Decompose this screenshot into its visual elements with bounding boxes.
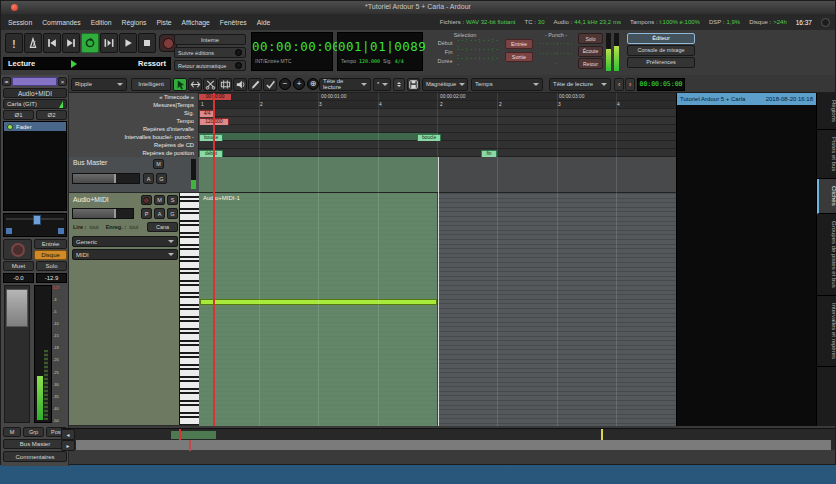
comments-button[interactable]: Commentaires (3, 451, 67, 462)
phase2-button[interactable]: Ø2 (36, 110, 67, 120)
midi-track-name[interactable]: Audio+MIDI (73, 196, 109, 203)
menu-item-régions[interactable]: Régions (122, 19, 147, 26)
sidebar-tab-régions[interactable]: Régions (817, 93, 836, 130)
goto-start-button[interactable] (43, 33, 61, 53)
phase1-button[interactable]: Ø1 (3, 110, 34, 120)
stop-button[interactable] (138, 33, 156, 53)
bus-automation-a-button[interactable]: A (143, 173, 154, 184)
sidebar-tab-clichés[interactable]: Clichés (817, 179, 836, 214)
panner[interactable] (3, 213, 67, 237)
grab-tool-button[interactable] (173, 78, 187, 91)
midi-region[interactable]: Audio+MIDI-1 (199, 193, 438, 426)
summary-scroll-left-button[interactable]: ◄ (61, 429, 75, 440)
bus-mute-button[interactable]: M (153, 159, 164, 169)
midi-solo-button[interactable]: S (167, 195, 178, 205)
track-header-bus-master[interactable]: Bus Master M A G (69, 157, 199, 193)
bus-track-name[interactable]: Bus Master (73, 159, 107, 166)
midi-playlist-button[interactable]: P (141, 208, 152, 219)
nav-pr-f-rences-button[interactable]: Préférences (627, 57, 695, 68)
processor-box[interactable]: Fader (3, 121, 67, 211)
zoom-preset-combo[interactable]: * (373, 78, 391, 91)
punch-in-button[interactable]: Entrée (505, 39, 533, 49)
metronome-button[interactable] (24, 33, 42, 53)
stretch-tool-button[interactable] (218, 78, 232, 91)
pan-handle[interactable] (33, 215, 41, 225)
menu-item-edition[interactable]: Edition (91, 19, 112, 26)
selection-row-value[interactable]: --:--:--:-- (456, 55, 503, 67)
zoom-out-button[interactable]: − (279, 78, 291, 90)
mute-button[interactable]: Muet (3, 261, 34, 271)
channel-selector-button[interactable]: Cana (147, 222, 178, 232)
play-range-button[interactable] (100, 33, 118, 53)
bus-group-button[interactable]: G (156, 173, 167, 184)
sync-source-button[interactable]: Interne (174, 34, 246, 45)
summary-scroll-right-button[interactable]: ► (61, 440, 75, 451)
gain-fader[interactable] (4, 285, 30, 423)
title-bar[interactable]: *Tutoriel Ardour 5 + Carla - Ardour (1, 1, 835, 15)
sidebar-list[interactable]: Tutoriel Ardour 5 + Carla 2018-08-20 16:… (676, 93, 816, 426)
bus-gain-slider[interactable] (72, 173, 140, 184)
edit-content-tool-button[interactable] (263, 78, 277, 91)
audition-tool-button[interactable] (233, 78, 247, 91)
gain-display[interactable]: -0.0 (3, 273, 34, 283)
range-tool-button[interactable] (188, 78, 202, 91)
snapshot-row-selected[interactable]: Tutoriel Ardour 5 + Carla 2018-08-20 16:… (677, 93, 816, 105)
loop-button[interactable] (81, 33, 99, 53)
playhead-flag[interactable]: 00:00:00 (199, 94, 231, 100)
midi-group-button[interactable]: G (167, 208, 178, 219)
play-button[interactable] (119, 33, 137, 53)
midi-gain-slider[interactable] (72, 208, 134, 219)
ecoute-monitor-button[interactable]: Écoute (578, 46, 603, 57)
sidebar-tab-intervalles-et-repères[interactable]: Intervalles et repères (817, 296, 836, 367)
menu-item-commandes[interactable]: Commandes (42, 19, 81, 26)
primary-clock[interactable]: 00:00:00:00 INT/Entrée MTC (251, 32, 333, 71)
metering-button[interactable]: M (3, 427, 21, 437)
track-header-audio-midi[interactable]: Audio+MIDI M S P A G Lire :tout Enreg. :… (69, 193, 199, 426)
menu-item-fenêtres[interactable]: Fenêtres (220, 19, 247, 26)
draw-tool-button[interactable] (248, 78, 262, 91)
midi-mode-combo[interactable]: MIDI (72, 249, 178, 260)
fader-grip[interactable] (6, 289, 28, 327)
zoom-in-button[interactable]: + (293, 78, 305, 90)
cut-tool-button[interactable] (203, 78, 217, 91)
menu-item-affichage[interactable]: Affichage (182, 19, 210, 26)
zoom-fit-button[interactable]: ⊕ (307, 78, 319, 90)
sidebar-tab-pistes-et-bus[interactable]: Pistes et bus (817, 130, 836, 179)
secondary-clock[interactable]: 001|01|0089 Tempo 120.000 Sig. 4/4 (337, 32, 423, 71)
midi-mute-button[interactable]: M (154, 195, 165, 205)
midi-automation-button[interactable]: A (154, 208, 165, 219)
peak-display[interactable]: -12.9 (36, 273, 67, 283)
edit-point-combo[interactable]: Tête de lecture (549, 78, 611, 91)
midi-rec-enable-button[interactable] (141, 195, 152, 205)
grid-unit-combo[interactable]: Temps (471, 78, 543, 91)
strip-shrink-icon[interactable]: ◂▸ (2, 77, 11, 86)
strip-record-button[interactable] (3, 239, 32, 260)
strip-color-bar[interactable] (12, 77, 57, 86)
midi-controller-combo[interactable]: Generic (72, 236, 178, 247)
nudge-forward-button[interactable]: › (625, 78, 635, 91)
solo-button[interactable]: Solo (36, 261, 67, 271)
track-height-stepper[interactable] (393, 78, 405, 91)
ruler-area[interactable]: 00:00:00 00:00:01:0000:00:02:0000:00:03:… (199, 93, 676, 157)
editor-canvas[interactable]: Audio+MIDI-1 (199, 157, 676, 426)
playhead[interactable] (213, 93, 215, 426)
smart-mode-button[interactable]: Intelligent (131, 78, 171, 91)
menu-item-aide[interactable]: Aide (257, 19, 271, 26)
error-log-icon[interactable] (821, 18, 830, 27)
punch-row-out[interactable]: --:--:--:-- (537, 48, 575, 58)
monitor-input-button[interactable]: Entrée (34, 239, 67, 249)
nudge-back-button[interactable]: ‹ (614, 78, 624, 91)
processor-fader-row[interactable]: Fader (4, 122, 66, 131)
retour-monitor-button[interactable]: Retour (578, 58, 603, 69)
save-button[interactable] (407, 78, 420, 91)
follow-edits-toggle[interactable]: Suivre éditions (174, 47, 246, 58)
solo-monitor-button[interactable]: Solo (578, 33, 603, 44)
auto-return-toggle[interactable]: Retour automatique (174, 60, 246, 71)
edit-mode-combo[interactable]: Ripple (71, 78, 127, 91)
strip-plugin-button[interactable]: Carla (GIT) (3, 99, 67, 109)
output-button[interactable]: Bus Master (3, 439, 67, 449)
sidebar-tab-groupes-de-pistes-et-bus[interactable]: Groupes de pistes et bus (817, 214, 836, 296)
menu-item-session[interactable]: Session (8, 19, 32, 26)
goto-end-button[interactable] (62, 33, 80, 53)
punch-row-in[interactable]: --:--:--:-- (537, 38, 575, 48)
